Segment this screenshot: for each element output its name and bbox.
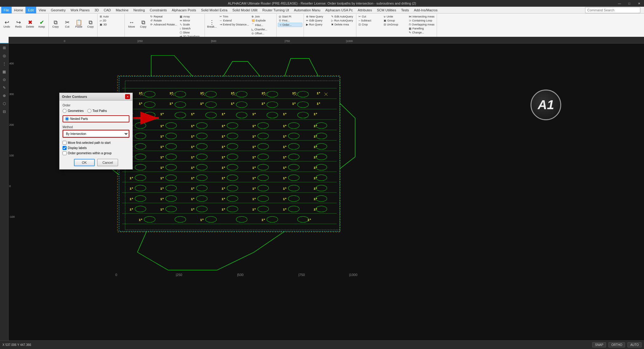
maximize-button[interactable]: □: [624, 0, 634, 7]
3d-button[interactable]: ▣ 3D: [99, 23, 123, 26]
menu-alphacam-posts[interactable]: Alphacam Posts: [169, 7, 198, 13]
cut-button[interactable]: ✂ Cut: [62, 15, 73, 33]
command-search-input[interactable]: [585, 7, 640, 13]
ungroup-button[interactable]: ⊟ UnGroup: [383, 23, 407, 26]
explode-button[interactable]: 💥 Explode: [251, 19, 275, 22]
paste-button[interactable]: 📋 Paste: [73, 15, 84, 33]
checkbox-order-geom-input[interactable]: [63, 151, 67, 155]
radio-toolpaths-input[interactable]: [87, 109, 91, 113]
copy-move-button[interactable]: ⧉ Copy: [138, 15, 149, 33]
copy-large-button[interactable]: ⧉ Copy: [50, 15, 61, 33]
menu-edit[interactable]: Edit: [25, 7, 36, 13]
radio-nested-input[interactable]: [65, 117, 69, 121]
subtract-button[interactable]: − Subtract: [358, 19, 382, 22]
snap-button[interactable]: SNAP: [592, 342, 606, 347]
repeat-button[interactable]: ↻ Repeat: [149, 15, 178, 18]
offset-button[interactable]: ⊙ Offset...: [251, 32, 275, 35]
ltool-grid[interactable]: ⊞: [1, 44, 8, 52]
new-query-button[interactable]: ⊕ New Query: [305, 15, 330, 18]
ltool-edit[interactable]: ✎: [1, 84, 8, 91]
auto-button[interactable]: ⊞ Auto: [99, 15, 123, 18]
run-autoquery-button[interactable]: ▷ Run AutoQuery: [330, 19, 355, 22]
delete-area-button[interactable]: ✖ Delete Area: [330, 23, 355, 26]
menu-addins[interactable]: Add-Ins/Macros: [412, 7, 440, 13]
nested-parts-option[interactable]: Nested Parts: [63, 115, 129, 122]
minimize-button[interactable]: —: [615, 0, 624, 7]
checkbox-move-first-input[interactable]: [63, 141, 67, 145]
ltool-point[interactable]: ◎: [1, 52, 8, 59]
intersecting-areas-button[interactable]: ⋈ Intersecting Areas: [408, 15, 435, 18]
checkbox-display-labels[interactable]: Display labels: [63, 146, 129, 150]
rotate-button[interactable]: ↺ Rotate: [149, 19, 178, 22]
auto-button[interactable]: AUTO: [627, 342, 642, 347]
edit-autoquery-button[interactable]: ✎ Edit AutoQuery: [330, 15, 355, 18]
undo-button[interactable]: ↩ Undo: [1, 15, 12, 33]
unite-button[interactable]: ⊎ Unite: [383, 15, 407, 18]
panelling-button[interactable]: ▦ Panelling: [408, 27, 435, 30]
menu-machine[interactable]: Machine: [113, 7, 131, 13]
menu-nesting[interactable]: Nesting: [131, 7, 147, 13]
extend-button[interactable]: ↔ Extend: [219, 19, 250, 22]
method-select[interactable]: By Intersection By Distance By Area: [63, 130, 129, 137]
keep-button[interactable]: ✔ Keep: [36, 15, 47, 33]
join-button[interactable]: ⊕ Join: [251, 15, 275, 18]
run-query-button[interactable]: ▶ Run Query: [305, 23, 330, 26]
mirror-button[interactable]: ⇔ Mirror: [179, 19, 203, 22]
overlapping-areas-button[interactable]: ⊓ Overlapping Areas: [408, 23, 435, 26]
menu-geometry[interactable]: Geometry: [48, 7, 68, 13]
radio-geometries-input[interactable]: [63, 109, 67, 113]
skew-button[interactable]: ⬡ Skew: [179, 31, 203, 34]
menu-home[interactable]: Home: [12, 7, 25, 13]
menu-view[interactable]: View: [36, 7, 48, 13]
menu-alphacam-usa[interactable]: Alphacam USA Pc: [323, 7, 355, 13]
redo-button[interactable]: ↪ Redo: [13, 15, 24, 33]
group-button[interactable]: ▣ Group: [383, 19, 407, 22]
ltool-remove[interactable]: ⊟: [1, 108, 8, 115]
menu-workplanes[interactable]: Work Planes: [68, 7, 92, 13]
adv-rotate-button[interactable]: ⟳ Advanced Rotate...: [149, 23, 178, 26]
ltool-hex[interactable]: ⬡: [1, 100, 8, 107]
cancel-button[interactable]: Cancel: [97, 159, 118, 166]
radio-toolpaths[interactable]: Tool Paths: [87, 109, 107, 113]
chamfer-button[interactable]: ◺ Chamfer...: [251, 28, 275, 31]
ok-button[interactable]: OK: [74, 159, 95, 166]
ltool-add[interactable]: ⊕: [1, 92, 8, 99]
dialog-close-button[interactable]: ✕: [125, 94, 130, 99]
radio-geometries[interactable]: Geometries: [63, 109, 84, 113]
change-button[interactable]: ✎ Change...: [408, 31, 435, 34]
checkbox-move-first[interactable]: Move first-selected path to start: [63, 141, 129, 145]
menu-constraints[interactable]: Constraints: [147, 7, 169, 13]
menu-router-turning[interactable]: Router Turning Ut: [260, 7, 292, 13]
containing-loop-button[interactable]: ⊃ Containing Loop: [408, 19, 435, 22]
cut-fab-button[interactable]: ✂ Cut: [358, 15, 382, 18]
2d-button[interactable]: ▱ 2D: [99, 19, 123, 22]
order-button[interactable]: ⇢ Order...: [278, 23, 302, 27]
copy-small-button[interactable]: ⧉ Copy: [85, 15, 96, 33]
delete-button[interactable]: ✖ Delete: [25, 15, 36, 33]
scale-button[interactable]: ⤡ Scale: [179, 23, 203, 26]
menu-solid-utilit[interactable]: Solid Model Utilit: [230, 7, 260, 13]
extend-dist-button[interactable]: ⇥ Extend by Distance...: [219, 23, 250, 26]
fillet-button[interactable]: ⌒ Fillet...: [251, 23, 275, 27]
menu-file[interactable]: File: [1, 7, 12, 13]
ltool-array[interactable]: ▦: [1, 68, 8, 75]
edit-query-button[interactable]: ✏ Edit Query: [305, 19, 330, 22]
menu-automation[interactable]: Automation Manu: [291, 7, 323, 13]
move-button[interactable]: ↔ Move: [126, 15, 137, 33]
close-button[interactable]: ✕: [634, 0, 644, 7]
array-button[interactable]: ▦ Array: [179, 15, 203, 18]
stretch-button[interactable]: ↕ Stretch: [179, 27, 203, 30]
menu-cad[interactable]: CAD: [101, 7, 113, 13]
checkbox-display-labels-input[interactable]: [63, 146, 67, 150]
menu-attributes[interactable]: Attributes: [355, 7, 374, 13]
menu-solid-extra[interactable]: Solid Model Extra: [198, 7, 230, 13]
break-button[interactable]: ⋮ Break...: [206, 15, 218, 33]
checkbox-order-geom[interactable]: Order geometries within a group: [63, 151, 129, 155]
startpt-button[interactable]: ◎ Start Pt: [278, 15, 302, 18]
ltool-break[interactable]: ⋮: [1, 60, 8, 67]
menu-tests[interactable]: Tests: [399, 7, 412, 13]
menu-scm[interactable]: SCM Utilities: [374, 7, 399, 13]
ltool-offset[interactable]: ⊙: [1, 76, 8, 83]
ortho-button[interactable]: ORTHO: [608, 342, 625, 347]
trim-button[interactable]: ✂ Trim: [219, 15, 250, 18]
